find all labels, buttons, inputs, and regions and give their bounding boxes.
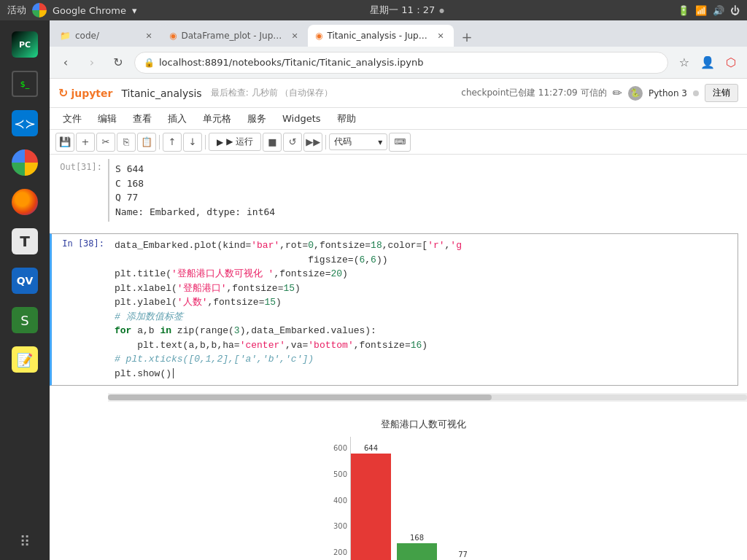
save-button[interactable]: 💾 xyxy=(55,133,74,152)
tab-code-close[interactable]: ✕ xyxy=(143,30,155,42)
add-cell-button[interactable]: + xyxy=(76,133,95,152)
cut-button[interactable]: ✂ xyxy=(96,133,115,152)
activities-label[interactable]: 活动 xyxy=(7,4,26,17)
cursor xyxy=(173,368,174,378)
sidebar-apps-grid[interactable]: ⠿ xyxy=(7,524,43,560)
tab-dataframe[interactable]: ◉ DataFrame_plot - Jupyte... ✕ xyxy=(162,25,308,47)
menu-widgets[interactable]: Widgets xyxy=(275,111,328,126)
menu-help[interactable]: 帮助 xyxy=(330,110,363,128)
jupyter-spinner-icon: ↻ xyxy=(58,86,68,100)
toolbar-separator-1 xyxy=(159,135,160,149)
input-cell-38: In [38]: data_Embarked.plot(kind='bar',r… xyxy=(50,233,738,386)
reload-button[interactable]: ↻ xyxy=(108,52,128,73)
forward-button[interactable]: › xyxy=(82,52,102,73)
dropdown-icon: ▾ xyxy=(378,137,382,147)
copy-button[interactable]: ⎘ xyxy=(117,133,136,152)
sidebar: PC $_ ≺≻ T QV S 📝 ⠿ xyxy=(0,20,50,560)
move-down-button[interactable]: ↓ xyxy=(183,133,202,152)
cell-type-label: 代码 xyxy=(334,136,352,148)
toolbar-separator-2 xyxy=(205,135,206,149)
chart-title: 登船港口人数可视化 xyxy=(321,418,525,431)
notebook-scroll-area[interactable]: Out[31]: S 644 C 168 Q 77 Name: Embarked… xyxy=(50,155,747,560)
y-label-300: 300 xyxy=(333,522,347,530)
output-content-31: S 644 C 168 Q 77 Name: Embarked, dtype: … xyxy=(108,159,738,222)
bar-label-644: 644 xyxy=(364,444,378,452)
battery-icon: 🔋 xyxy=(678,5,689,16)
code-line-7: for a,b in zip(range(3),data_Embarked.va… xyxy=(115,324,733,338)
sidebar-item-notes[interactable]: 📝 xyxy=(7,341,43,378)
tab-titanic-title: Titanic_analysis - Jupyter... xyxy=(327,31,430,41)
chart-output-row: 登船港口人数可视化 600 500 400 300 200 100 xyxy=(50,403,738,560)
output-line-4: Name: Embarked, dtype: int64 xyxy=(115,205,732,219)
extension-button[interactable]: ⬡ xyxy=(721,52,741,73)
tab-code[interactable]: 📁 code/ ✕ xyxy=(53,25,162,47)
menu-view[interactable]: 查看 xyxy=(125,110,159,128)
bar-C xyxy=(397,543,437,560)
power-icon: ⏻ xyxy=(730,5,740,16)
kernel-status-dot xyxy=(693,90,699,96)
h-scroll-track xyxy=(108,394,747,400)
sidebar-item-firefox[interactable] xyxy=(7,184,43,220)
output-line-2: C 168 xyxy=(115,176,732,191)
horizontal-scrollbar[interactable] xyxy=(108,393,747,402)
output-line-3: Q 77 xyxy=(115,190,732,205)
tab-titanic-close[interactable]: ✕ xyxy=(435,30,446,42)
sidebar-item-text-T[interactable]: T xyxy=(7,223,43,260)
sidebar-item-pycharm[interactable]: PC xyxy=(7,26,43,63)
network-icon: 📶 xyxy=(695,5,707,16)
bookmark-button[interactable]: ☆ xyxy=(674,52,694,73)
code-line-8: plt.text(a,b,b,ha='center',va='bottom',f… xyxy=(115,338,733,353)
logout-button[interactable]: 注销 xyxy=(705,84,738,102)
volume-icon: 🔊 xyxy=(713,5,724,16)
sidebar-item-terminal[interactable]: $_ xyxy=(7,66,43,102)
sidebar-item-chrome[interactable] xyxy=(7,144,43,181)
jupyter-toolbar: 💾 + ✂ ⎘ 📋 ↑ ↓ ▶ ▶ 运行 ■ ↺ ▶▶ 代码 ▾ ⌨ xyxy=(50,130,747,155)
sidebar-item-vscode[interactable]: ≺≻ xyxy=(7,105,43,141)
back-button[interactable]: ‹ xyxy=(55,52,76,73)
y-label-200: 200 xyxy=(333,548,347,556)
app-name-label: Google Chrome xyxy=(53,5,126,16)
menu-kernel[interactable]: 服务 xyxy=(240,110,274,128)
code-line-6: # 添加数值标签 xyxy=(115,310,733,324)
account-button[interactable]: 👤 xyxy=(697,52,718,73)
dropdown-arrow-icon: ▾ xyxy=(132,5,137,16)
run-all-button[interactable]: ▶▶ xyxy=(303,133,322,152)
jupyter-area: ↻ jupyter Titanic_analysis 最后检查: 几秒前 （自动… xyxy=(50,79,747,560)
y-label-500: 500 xyxy=(333,470,347,478)
kernel-label: Python 3 xyxy=(649,88,687,98)
move-up-button[interactable]: ↑ xyxy=(163,133,182,152)
interrupt-button[interactable]: ■ xyxy=(263,133,282,152)
run-icon: ▶ xyxy=(217,137,223,147)
new-tab-button[interactable]: + xyxy=(457,26,477,47)
edit-icon: ✏ xyxy=(613,86,622,100)
tab-dataframe-close[interactable]: ✕ xyxy=(289,30,301,42)
jupyter-header: ↻ jupyter Titanic_analysis 最后检查: 几秒前 （自动… xyxy=(50,79,747,108)
sidebar-item-spreadsheet[interactable]: S xyxy=(7,302,43,338)
bar-group-C: 168 xyxy=(397,534,437,560)
run-cell-button[interactable]: ▶ ▶ 运行 xyxy=(209,133,261,151)
restart-button[interactable]: ↺ xyxy=(283,133,302,152)
menu-edit[interactable]: 编辑 xyxy=(90,110,124,128)
menu-file[interactable]: 文件 xyxy=(55,110,89,128)
code-line-5: plt.ylabel('人数',fontsize=15) xyxy=(115,295,733,310)
address-bar[interactable]: 🔒 localhost:8891/notebooks/Titanic/Titan… xyxy=(134,52,668,74)
code-area-38[interactable]: data_Embarked.plot(kind='bar',rot=0,font… xyxy=(110,234,738,385)
jupyter-brand-label: jupyter xyxy=(71,88,112,99)
menu-insert[interactable]: 插入 xyxy=(160,110,194,128)
code-line-4: plt.xlabel('登船港口',fontsize=15) xyxy=(115,281,733,296)
cell-type-dropdown[interactable]: 代码 ▾ xyxy=(329,133,387,150)
browser-window: 📁 code/ ✕ ◉ DataFrame_plot - Jupyte... ✕… xyxy=(50,20,747,560)
chart-label-spacer xyxy=(50,403,108,560)
tab-code-favicon: 📁 xyxy=(60,31,71,41)
sidebar-item-qv[interactable]: QV xyxy=(7,262,43,299)
output-cell-31: Out[31]: S 644 C 168 Q 77 Name: Embarked… xyxy=(50,155,747,226)
tab-titanic[interactable]: ◉ Titanic_analysis - Jupyter... ✕ xyxy=(308,25,454,47)
code-line-1: data_Embarked.plot(kind='bar',rot=0,font… xyxy=(115,238,733,253)
paste-button[interactable]: 📋 xyxy=(137,133,156,152)
secure-icon: 🔒 xyxy=(144,58,155,68)
y-label-600: 600 xyxy=(333,444,347,452)
python-kernel-badge: 🐍 xyxy=(628,86,643,101)
menu-cell[interactable]: 单元格 xyxy=(196,110,239,128)
toolbar-separator-3 xyxy=(325,135,326,149)
keyboard-shortcut-button[interactable]: ⌨ xyxy=(389,133,411,152)
